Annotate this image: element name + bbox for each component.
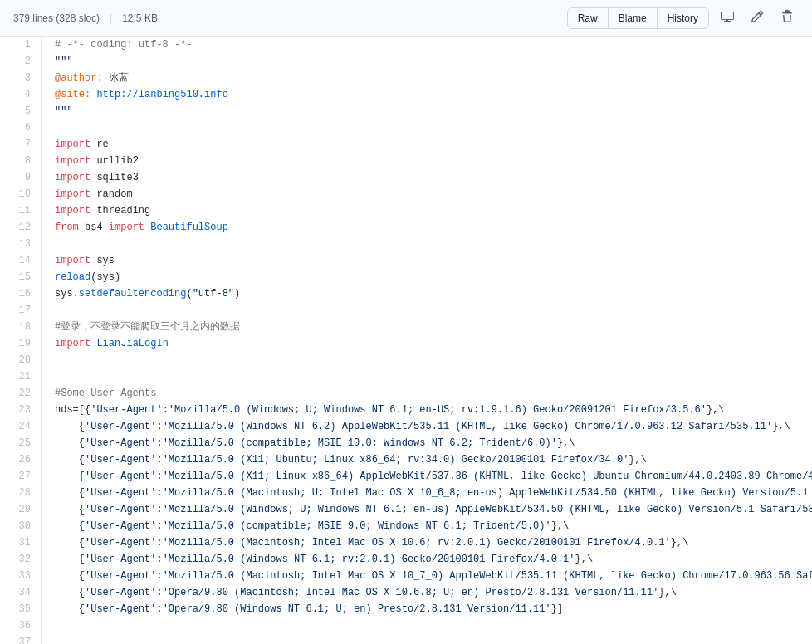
line-content: [42, 634, 812, 644]
table-row: 14import sys: [0, 252, 812, 269]
table-row: 25 {'User-Agent':'Mozilla/5.0 (compatibl…: [0, 435, 812, 451]
line-number: 1: [0, 37, 42, 53]
line-content: {'User-Agent':'Mozilla/5.0 (Macintosh; I…: [42, 568, 812, 584]
line-number: 26: [0, 451, 42, 468]
table-row: 24 {'User-Agent':'Mozilla/5.0 (Windows N…: [0, 418, 812, 435]
table-row: 31 {'User-Agent':'Mozilla/5.0 (Macintosh…: [0, 534, 812, 551]
line-content: @author: 冰蓝: [42, 70, 812, 86]
line-number: 28: [0, 485, 42, 501]
line-content: import random: [42, 186, 812, 202]
table-row: 35 {'User-Agent':'Opera/9.80 (Windows NT…: [0, 601, 812, 617]
delete-icon[interactable]: [775, 7, 799, 29]
line-number: 9: [0, 169, 42, 186]
table-row: 2""": [0, 53, 812, 70]
file-meta: 379 lines (328 sloc) | 12.5 KB: [13, 12, 158, 24]
line-number: 37: [0, 634, 42, 644]
edit-icon[interactable]: [746, 7, 769, 29]
table-row: 16sys.setdefaultencoding("utf-8"): [0, 285, 812, 302]
table-row: 6: [0, 120, 812, 136]
table-row: 15reload(sys): [0, 269, 812, 285]
table-row: 12from bs4 import BeautifulSoup: [0, 219, 812, 236]
table-row: 28 {'User-Agent':'Mozilla/5.0 (Macintosh…: [0, 485, 812, 501]
line-content: """: [42, 53, 812, 70]
line-number: 18: [0, 319, 42, 335]
line-number: 5: [0, 103, 42, 120]
line-number: 2: [0, 53, 42, 70]
line-content: {'User-Agent':'Mozilla/5.0 (Windows NT 6…: [42, 418, 812, 435]
table-row: 26 {'User-Agent':'Mozilla/5.0 (X11; Ubun…: [0, 451, 812, 468]
line-content: import sqlite3: [42, 169, 812, 186]
raw-button[interactable]: Raw: [568, 8, 609, 28]
line-content: {'User-Agent':'Mozilla/5.0 (Macintosh; U…: [42, 485, 812, 501]
table-row: 17: [0, 302, 812, 319]
table-row: 29 {'User-Agent':'Mozilla/5.0 (Windows; …: [0, 501, 812, 518]
line-content: sys.setdefaultencoding("utf-8"): [42, 285, 812, 302]
line-number: 21: [0, 368, 42, 385]
line-content: from bs4 import BeautifulSoup: [42, 219, 812, 236]
line-number: 22: [0, 385, 42, 402]
line-count: 379 lines (328 sloc): [13, 12, 100, 24]
history-button[interactable]: History: [658, 8, 708, 28]
desktop-icon[interactable]: [716, 7, 739, 29]
table-row: 23hds=[{'User-Agent':'Mozilla/5.0 (Windo…: [0, 402, 812, 418]
table-row: 1# -*- coding: utf-8 -*-: [0, 37, 812, 53]
line-number: 33: [0, 568, 42, 584]
line-number: 8: [0, 153, 42, 169]
table-row: 19import LianJiaLogIn: [0, 335, 812, 352]
line-content: {'User-Agent':'Opera/9.80 (Macintosh; In…: [42, 584, 812, 601]
line-number: 15: [0, 269, 42, 285]
line-content: {'User-Agent':'Mozilla/5.0 (Macintosh; I…: [42, 534, 812, 551]
file-size: 12.5 KB: [122, 12, 158, 24]
table-row: 32 {'User-Agent':'Mozilla/5.0 (Windows N…: [0, 551, 812, 568]
table-row: 22#Some User Agents: [0, 385, 812, 402]
line-content: hds=[{'User-Agent':'Mozilla/5.0 (Windows…: [42, 402, 812, 418]
line-content: import urllib2: [42, 153, 812, 169]
file-toolbar: 379 lines (328 sloc) | 12.5 KB Raw Blame…: [0, 0, 812, 37]
line-number: 24: [0, 418, 42, 435]
divider: |: [110, 12, 112, 24]
table-row: 33 {'User-Agent':'Mozilla/5.0 (Macintosh…: [0, 568, 812, 584]
table-row: 8import urllib2: [0, 153, 812, 169]
line-number: 14: [0, 252, 42, 269]
line-number: 20: [0, 352, 42, 368]
line-number: 16: [0, 285, 42, 302]
line-content: #Some User Agents: [42, 385, 812, 402]
line-content: import LianJiaLogIn: [42, 335, 812, 352]
toolbar-actions: Raw Blame History: [567, 7, 799, 29]
line-content: """: [42, 103, 812, 120]
line-content: import re: [42, 136, 812, 153]
line-number: 35: [0, 601, 42, 617]
table-row: 9import sqlite3: [0, 169, 812, 186]
line-number: 34: [0, 584, 42, 601]
table-row: 36: [0, 617, 812, 634]
table-row: 27 {'User-Agent':'Mozilla/5.0 (X11; Linu…: [0, 468, 812, 485]
line-content: [42, 617, 812, 634]
line-number: 13: [0, 236, 42, 252]
line-number: 12: [0, 219, 42, 236]
view-toggle: Raw Blame History: [567, 7, 709, 29]
line-number: 31: [0, 534, 42, 551]
line-number: 25: [0, 435, 42, 451]
table-row: 4@site: http://lanbing510.info: [0, 86, 812, 103]
line-number: 32: [0, 551, 42, 568]
line-content: @site: http://lanbing510.info: [42, 86, 812, 103]
table-row: 30 {'User-Agent':'Mozilla/5.0 (compatibl…: [0, 518, 812, 534]
table-row: 21: [0, 368, 812, 385]
table-row: 11import threading: [0, 202, 812, 219]
table-row: 10import random: [0, 186, 812, 202]
line-content: # -*- coding: utf-8 -*-: [42, 37, 812, 53]
table-row: 18#登录，不登录不能爬取三个月之内的数据: [0, 319, 812, 335]
line-number: 30: [0, 518, 42, 534]
line-content: reload(sys): [42, 269, 812, 285]
blame-button[interactable]: Blame: [609, 8, 658, 28]
table-row: 5""": [0, 103, 812, 120]
table-row: 7import re: [0, 136, 812, 153]
line-content: [42, 302, 812, 319]
table-row: 20: [0, 352, 812, 368]
line-number: 7: [0, 136, 42, 153]
line-number: 11: [0, 202, 42, 219]
line-content: {'User-Agent':'Mozilla/5.0 (Windows NT 6…: [42, 551, 812, 568]
line-content: {'User-Agent':'Mozilla/5.0 (X11; Linux x…: [42, 468, 812, 485]
line-number: 23: [0, 402, 42, 418]
line-number: 36: [0, 617, 42, 634]
